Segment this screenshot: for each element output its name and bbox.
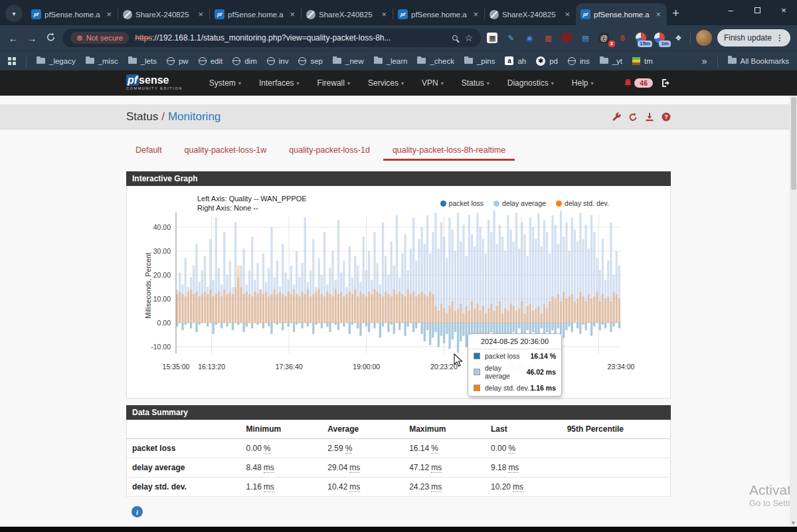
tab-close-icon[interactable]: × [654, 9, 662, 19]
wrench-icon[interactable] [612, 112, 621, 122]
download-icon[interactable] [645, 112, 654, 122]
tab-close-icon[interactable]: × [472, 9, 480, 19]
breadcrumb-page-link[interactable]: Monitoring [168, 110, 221, 123]
kebab-menu-icon[interactable]: ⋮ [776, 33, 784, 43]
tooltip-series-name: delay std. dev. [485, 384, 530, 392]
menu-item-interfaces[interactable]: Interfaces▾ [259, 78, 300, 88]
back-button[interactable]: ← [7, 33, 20, 44]
bookmark-item-sep[interactable]: sep [298, 57, 323, 65]
view-tab-quality-packet-loss-8h-realtime[interactable]: quality-packet-loss-8h-realtime [383, 141, 515, 161]
bookmark-item-yt[interactable]: _yt [600, 57, 622, 65]
tab-dropdown-button[interactable]: ▾ [5, 5, 23, 22]
bookmark-item-inv[interactable]: inv [267, 57, 289, 65]
bookmark-item-new[interactable]: _new [333, 57, 364, 65]
forward-button[interactable]: → [25, 33, 39, 44]
menu-item-system[interactable]: System▾ [209, 78, 241, 88]
browser-tab[interactable]: ShareX-240825× [485, 3, 576, 25]
not-secure-chip[interactable]: ⊗ Not secure [70, 32, 129, 44]
bookmark-item-learn[interactable]: _learn [374, 57, 408, 65]
refresh-icon[interactable] [628, 112, 638, 122]
folder-icon [374, 58, 383, 64]
minimize-button[interactable]: – [717, 0, 744, 20]
browser-tab[interactable]: ShareX-240825× [118, 3, 209, 25]
browser-tab[interactable]: pfpfSense.home.a× [210, 3, 301, 25]
quality-chart[interactable]: 40.0030.0020.0010.000.00-10.0015:35:0016… [127, 186, 670, 385]
tab-close-icon[interactable]: × [105, 9, 113, 19]
menu-item-diagnostics[interactable]: Diagnostics▾ [507, 78, 554, 88]
logout-icon[interactable] [661, 78, 671, 88]
bookmark-label: inv [279, 57, 289, 65]
profile-avatar[interactable] [696, 30, 712, 46]
bookmarks-overflow-button[interactable]: » [702, 56, 707, 66]
svg-text:0.00: 0.00 [157, 319, 171, 327]
pfsense-logo[interactable]: pfsense COMMUNITY EDITION [126, 75, 183, 91]
bookmark-item-lets[interactable]: _lets [128, 57, 157, 65]
bookmark-item-dim[interactable]: dim [232, 57, 257, 65]
browser-tab[interactable]: pfpfSense.home.a× [576, 3, 667, 25]
folder-icon [728, 58, 737, 64]
browser-tab[interactable]: pfpfSense.home.a× [27, 3, 118, 25]
tab-close-icon[interactable]: × [380, 9, 388, 19]
timer-1m-icon[interactable]: 1m [654, 32, 666, 44]
bookmark-item-tm[interactable]: tm [632, 57, 653, 65]
chevron-down-icon: ▾ [297, 80, 300, 86]
svg-text:20.00: 20.00 [153, 271, 171, 279]
menu-item-vpn[interactable]: VPN▾ [422, 78, 444, 88]
new-tab-button[interactable]: + [672, 6, 679, 21]
close-button[interactable]: × [770, 0, 797, 20]
graph-body: Left Axis: Quality -- WAN_PPPOE Right Ax… [126, 186, 671, 399]
bookmarks-divider [26, 55, 27, 67]
scrollbar-thumb[interactable] [791, 97, 796, 190]
tab-close-icon[interactable]: × [288, 9, 296, 19]
maximize-button[interactable] [744, 0, 770, 20]
menu-item-services[interactable]: Services▾ [368, 78, 404, 88]
screen-grid-icon[interactable]: ▥ [542, 32, 555, 44]
menu-item-firewall[interactable]: Firewall▾ [317, 78, 350, 88]
tab-close-icon[interactable]: × [197, 9, 205, 19]
bottom-black-bar [0, 527, 797, 532]
bookmark-item-ins[interactable]: ins [568, 57, 590, 65]
chevron-down-icon: ▾ [590, 80, 593, 86]
bookmark-star-icon[interactable]: ☆ [464, 33, 473, 43]
screenshot-capture-icon-glyph: ▦ [487, 33, 497, 43]
bookmark-item-check[interactable]: _check [417, 57, 454, 65]
assistant-icon[interactable]: ◉ [523, 32, 536, 44]
view-tab-quality-packet-loss-1d[interactable]: quality-packet-loss-1d [280, 141, 379, 161]
address-bar[interactable]: ⊗ Not secure https://192.168.1.1/status_… [62, 29, 481, 47]
zoom-lens-icon[interactable] [452, 35, 458, 41]
extensions-row: ▦✎◉▥▤@3S15m1m❖ [486, 32, 685, 44]
bookmark-item-legacy[interactable]: _legacy [37, 57, 76, 65]
menu-item-help[interactable]: Help▾ [572, 78, 594, 88]
browser-tab[interactable]: pfpfSense.home.a× [393, 3, 484, 25]
doc-add-icon[interactable]: ▤ [579, 32, 592, 44]
bookmark-item-pd[interactable]: ✱pd [536, 56, 558, 66]
bookmark-item-misc[interactable]: _misc [86, 57, 118, 65]
all-bookmarks-button[interactable]: All Bookmarks [728, 57, 790, 65]
mention-icon[interactable]: @3 [598, 32, 610, 44]
info-icon[interactable]: i [132, 506, 143, 517]
timer-15m-icon[interactable]: 15m [635, 32, 648, 44]
highlighter-icon[interactable]: ✎ [505, 32, 517, 44]
folder-icon [37, 58, 45, 64]
bookmark-item-pw[interactable]: pw [167, 57, 189, 65]
menu-item-status[interactable]: Status▾ [462, 78, 489, 88]
scrollbar-down-arrow[interactable]: ▼ [790, 520, 797, 526]
screenshot-capture-icon[interactable]: ▦ [486, 32, 499, 44]
help-icon[interactable]: ? [662, 112, 671, 122]
bookmark-item-pins[interactable]: _pins [464, 57, 495, 65]
finish-update-button[interactable]: Finish update ⋮ [717, 29, 790, 46]
ublock-origin-shield-icon[interactable] [561, 32, 573, 44]
extensions-puzzle-icon[interactable]: ❖ [672, 32, 685, 44]
view-tab-quality-packet-loss-1w[interactable]: quality-packet-loss-1w [175, 141, 276, 161]
tab-close-icon[interactable]: × [563, 9, 571, 19]
reload-button[interactable] [44, 32, 57, 44]
notifications-button[interactable]: 46 [624, 78, 653, 88]
globe-icon [232, 57, 240, 65]
bookmark-item-edit[interactable]: edit [199, 57, 223, 65]
apps-grid-icon[interactable] [8, 57, 16, 65]
view-tab-default[interactable]: Default [126, 141, 171, 161]
seo-icon[interactable]: S [616, 32, 629, 44]
page-scrollbar[interactable]: ▼ [790, 96, 797, 527]
bookmark-item-ah[interactable]: aah [505, 56, 526, 65]
browser-tab[interactable]: ShareX-240825× [302, 3, 393, 25]
